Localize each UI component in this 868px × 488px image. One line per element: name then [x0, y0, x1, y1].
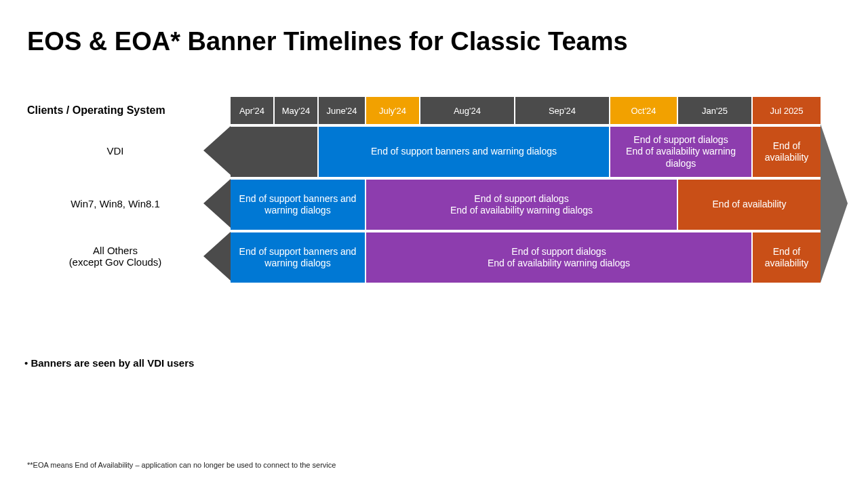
page-title: EOS & EOA* Banner Timelines for Classic …: [27, 27, 841, 56]
timeline-segment: [231, 127, 319, 177]
timeline-segment: End of availability: [753, 232, 821, 283]
row-header-label: Clients / Operating System: [27, 97, 203, 124]
timeline-header-cell: Oct'24: [610, 97, 678, 124]
timeline-row: End of support banners and warning dialo…: [231, 177, 821, 230]
arrow-right-icon: [821, 97, 848, 283]
row-label-others: All Others (except Gov Clouds): [27, 230, 203, 283]
timeline-segment: End of support banners and warning dialo…: [231, 232, 366, 283]
timeline-header-row: Apr'24May'24June'24July'24Aug'24Sep'24Oc…: [231, 97, 821, 124]
timeline-header-cell: Jan'25: [678, 97, 753, 124]
timeline-header-cell: Sep'24: [515, 97, 610, 124]
arrow-left-icon: [203, 97, 231, 283]
timeline-header-cell: Aug'24: [420, 97, 515, 124]
timeline-segment: End of support dialogs End of availabili…: [610, 127, 753, 177]
timeline-header-cell: Apr'24: [231, 97, 275, 124]
timeline-segment: End of support dialogs End of availabili…: [366, 180, 678, 230]
timeline-segment: End of support banners and warning dialo…: [319, 127, 610, 177]
timeline-header-cell: July'24: [366, 97, 420, 124]
timeline-segment: End of support banners and warning dialo…: [231, 180, 366, 230]
timeline-row: End of support banners and warning dialo…: [231, 230, 821, 283]
row-labels-column: Clients / Operating System VDI Win7, Win…: [27, 97, 203, 283]
timeline-segment: End of availability: [678, 180, 821, 230]
timeline-header-cell: May'24: [275, 97, 319, 124]
timeline-segment: End of support dialogs End of availabili…: [366, 232, 753, 283]
row-label-win7: Win7, Win8, Win8.1: [27, 177, 203, 230]
timeline-row: End of support banners and warning dialo…: [231, 124, 821, 177]
timeline-header-cell: Jul 2025: [753, 97, 821, 124]
row-label-vdi: VDI: [27, 124, 203, 177]
timeline-grid: Apr'24May'24June'24July'24Aug'24Sep'24Oc…: [231, 97, 821, 283]
timeline: Clients / Operating System VDI Win7, Win…: [27, 97, 841, 283]
footnote: **EOA means End of Availability – applic…: [27, 461, 336, 469]
timeline-header-cell: June'24: [319, 97, 366, 124]
bullet-note: Banners are seen by all VDI users: [27, 357, 841, 369]
timeline-segment: End of availability: [753, 127, 821, 177]
